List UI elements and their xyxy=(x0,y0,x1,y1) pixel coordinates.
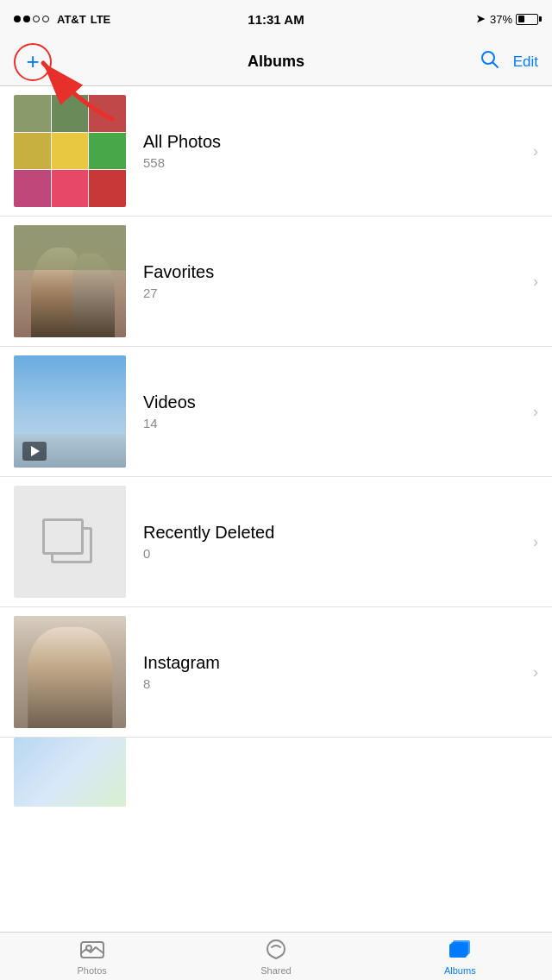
album-item-videos[interactable]: Videos 14 › xyxy=(0,347,552,477)
album-thumbnail-favorites xyxy=(14,225,126,337)
battery-container: 37% xyxy=(490,13,538,26)
album-name: Recently Deleted xyxy=(143,523,526,543)
album-info-instagram: Instagram 8 xyxy=(143,653,526,691)
search-button[interactable] xyxy=(480,50,499,74)
location-icon: ➤ xyxy=(476,13,485,25)
album-thumbnail-partial xyxy=(14,738,126,807)
album-item-partial[interactable] xyxy=(0,738,552,807)
album-info-videos: Videos 14 xyxy=(143,393,526,430)
album-name: All Photos xyxy=(143,132,526,152)
status-left: AT&T LTE xyxy=(14,13,110,26)
page-title: Albums xyxy=(248,53,304,71)
battery-percent: 37% xyxy=(490,13,512,26)
chevron-icon: › xyxy=(533,663,538,682)
album-info-all-photos: All Photos 558 xyxy=(143,132,526,170)
signal-dot-2 xyxy=(23,16,30,22)
svg-line-1 xyxy=(492,62,498,67)
album-item-all-photos[interactable]: All Photos 558 › xyxy=(0,86,552,217)
edit-button[interactable]: Edit xyxy=(513,53,538,71)
signal-dot-1 xyxy=(14,16,21,22)
status-right: ➤ 37% xyxy=(476,13,538,26)
album-thumbnail-videos xyxy=(14,355,126,468)
album-count: 14 xyxy=(143,416,526,430)
album-thumbnail-deleted xyxy=(14,486,126,598)
tab-photos[interactable]: Photos xyxy=(0,933,184,980)
album-count: 0 xyxy=(143,546,526,561)
tab-bar: Photos Shared Albums xyxy=(0,932,552,980)
battery-fill xyxy=(518,16,525,22)
status-bar: AT&T LTE 11:31 AM ➤ 37% xyxy=(0,0,552,38)
chevron-icon: › xyxy=(533,403,538,421)
album-name: Videos xyxy=(143,393,526,412)
chevron-icon: › xyxy=(533,142,538,160)
nav-right-buttons: Edit xyxy=(480,50,538,74)
navigation-bar: + Albums Edit xyxy=(0,38,552,86)
album-name: Instagram xyxy=(143,653,526,673)
chevron-icon: › xyxy=(533,273,538,291)
signal-dot-4 xyxy=(42,16,49,22)
album-list: All Photos 558 › Favorites 27 › xyxy=(0,86,552,932)
carrier-name: AT&T xyxy=(57,13,86,26)
album-info-deleted: Recently Deleted 0 xyxy=(143,523,526,561)
album-item-recently-deleted[interactable]: Recently Deleted 0 › xyxy=(0,477,552,607)
album-thumbnail-instagram xyxy=(14,616,126,728)
album-count: 27 xyxy=(143,286,526,300)
tab-albums[interactable]: Albums xyxy=(368,933,552,980)
battery-icon xyxy=(516,14,538,25)
album-item-favorites[interactable]: Favorites 27 › xyxy=(0,217,552,347)
add-album-button[interactable]: + xyxy=(14,43,52,81)
svg-rect-7 xyxy=(451,942,468,956)
signal-dot-3 xyxy=(33,16,40,22)
shared-tab-label: Shared xyxy=(260,965,291,976)
album-count: 8 xyxy=(143,676,526,691)
signal-indicator xyxy=(14,16,49,22)
albums-tab-label: Albums xyxy=(444,965,476,976)
albums-tab-icon xyxy=(448,939,472,963)
plus-icon: + xyxy=(26,50,39,72)
network-type: LTE xyxy=(91,13,111,26)
status-time: 11:31 AM xyxy=(248,12,304,27)
album-item-instagram[interactable]: Instagram 8 › xyxy=(0,607,552,738)
album-thumbnail-all-photos xyxy=(14,95,126,207)
photos-tab-label: Photos xyxy=(78,965,107,976)
photos-tab-icon xyxy=(80,939,104,963)
album-info-favorites: Favorites 27 xyxy=(143,262,526,300)
chevron-icon: › xyxy=(533,533,538,551)
album-name: Favorites xyxy=(143,262,526,282)
shared-tab-icon xyxy=(264,939,288,963)
tab-shared[interactable]: Shared xyxy=(184,933,367,980)
album-count: 558 xyxy=(143,155,526,170)
